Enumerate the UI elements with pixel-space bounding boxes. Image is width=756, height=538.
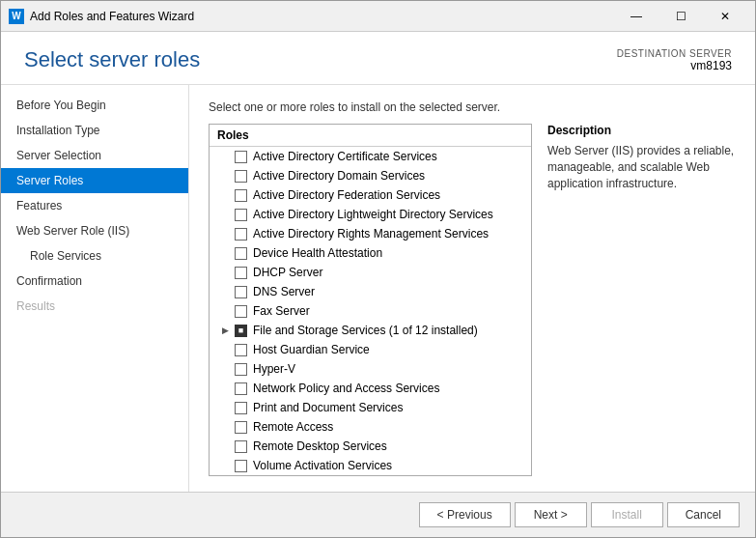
instruction-text: Select one or more roles to install on t… (209, 100, 736, 114)
role-checkbox-11[interactable] (235, 363, 247, 376)
role-expand-11 (217, 361, 233, 377)
sidebar-item-0[interactable]: Before You Begin (1, 93, 188, 118)
role-expand-14 (217, 419, 233, 435)
roles-header: Roles (210, 125, 531, 147)
role-checkbox-8[interactable] (235, 305, 247, 318)
role-item-12[interactable]: Network Policy and Access Services (210, 379, 531, 398)
role-item-1[interactable]: Active Directory Domain Services (210, 166, 531, 185)
sidebar-item-6[interactable]: Role Services (1, 243, 188, 269)
role-item-4[interactable]: Active Directory Rights Management Servi… (210, 224, 531, 243)
role-label-0: Active Directory Certificate Services (253, 150, 437, 163)
page-title: Select server roles (24, 47, 200, 72)
sidebar-item-3[interactable]: Server Roles (1, 168, 188, 193)
role-item-0[interactable]: Active Directory Certificate Services (210, 147, 531, 166)
role-checkbox-1[interactable] (235, 170, 247, 183)
role-label-7: DNS Server (253, 285, 315, 298)
install-button[interactable]: Install (591, 502, 663, 527)
role-expand-12 (217, 381, 233, 396)
role-item-5[interactable]: Device Health Attestation (210, 243, 531, 263)
role-item-16[interactable]: Volume Activation Services (210, 456, 531, 475)
role-label-2: Active Directory Federation Services (253, 188, 440, 202)
role-checkbox-5[interactable] (235, 247, 247, 260)
role-item-11[interactable]: Hyper-V (210, 359, 531, 379)
description-text: Web Server (IIS) provides a reliable, ma… (547, 143, 736, 191)
roles-list[interactable]: Active Directory Certificate ServicesAct… (210, 147, 531, 475)
role-expand-3 (217, 207, 233, 222)
role-checkbox-4[interactable] (235, 228, 247, 241)
role-checkbox-7[interactable] (235, 286, 247, 298)
role-checkbox-3[interactable] (235, 209, 247, 221)
role-expand-1 (217, 168, 233, 184)
role-checkbox-16[interactable] (235, 460, 247, 472)
maximize-button[interactable]: ☐ (658, 2, 703, 31)
role-item-2[interactable]: Active Directory Federation Services (210, 185, 531, 205)
content-area: Before You BeginInstallation TypeServer … (1, 85, 755, 492)
role-checkbox-12[interactable] (235, 382, 247, 395)
role-expand-5 (217, 245, 233, 261)
sidebar: Before You BeginInstallation TypeServer … (1, 85, 189, 492)
role-item-6[interactable]: DHCP Server (210, 263, 531, 282)
role-label-5: Device Health Attestation (253, 246, 382, 260)
app-icon: W (9, 9, 24, 24)
sidebar-item-1[interactable]: Installation Type (1, 118, 188, 143)
role-checkbox-10[interactable] (235, 344, 247, 356)
role-item-3[interactable]: Active Directory Lightweight Directory S… (210, 205, 531, 224)
role-item-9[interactable]: ▶■File and Storage Services (1 of 12 ins… (210, 321, 531, 340)
role-checkbox-13[interactable] (235, 402, 247, 414)
next-button[interactable]: Next > (515, 502, 587, 527)
page-header: Select server roles DESTINATION SERVER v… (1, 32, 755, 85)
role-label-12: Network Policy and Access Services (253, 382, 439, 395)
role-expand-15 (217, 439, 233, 454)
sidebar-item-2[interactable]: Server Selection (1, 143, 188, 168)
server-name: vm8193 (617, 59, 732, 72)
role-label-15: Remote Desktop Services (253, 439, 387, 453)
main-panel: Select one or more roles to install on t… (189, 85, 755, 492)
destination-server-label: DESTINATION SERVER (617, 48, 732, 59)
role-label-3: Active Directory Lightweight Directory S… (253, 208, 493, 221)
role-expand-10 (217, 342, 233, 357)
role-expand-13 (217, 400, 233, 415)
role-checkbox-14[interactable] (235, 421, 247, 434)
description-panel: Description Web Server (IIS) provides a … (547, 124, 736, 476)
minimize-button[interactable]: — (614, 2, 658, 31)
role-expand-8 (217, 303, 233, 319)
description-header: Description (547, 124, 736, 137)
role-expand-7 (217, 284, 233, 299)
cancel-button[interactable]: Cancel (667, 502, 740, 527)
role-expand-4 (217, 226, 233, 241)
sidebar-item-5[interactable]: Web Server Role (IIS) (1, 218, 188, 243)
role-label-14: Remote Access (253, 420, 333, 434)
role-label-6: DHCP Server (253, 266, 322, 279)
sidebar-item-8: Results (1, 294, 188, 319)
role-expand-6 (217, 265, 233, 280)
close-button[interactable]: ✕ (703, 2, 747, 31)
role-checkbox-0[interactable] (235, 151, 247, 163)
sidebar-item-4[interactable]: Features (1, 193, 188, 218)
role-label-11: Hyper-V (253, 362, 295, 376)
role-item-14[interactable]: Remote Access (210, 417, 531, 437)
role-label-4: Active Directory Rights Management Servi… (253, 227, 489, 241)
role-item-7[interactable]: DNS Server (210, 282, 531, 301)
window-title: Add Roles and Features Wizard (30, 10, 614, 23)
role-expand-0 (217, 149, 233, 164)
role-checkbox-2[interactable] (235, 189, 247, 202)
role-item-13[interactable]: Print and Document Services (210, 398, 531, 417)
role-label-9: File and Storage Services (1 of 12 insta… (253, 324, 478, 337)
footer: < Previous Next > Install Cancel (1, 492, 755, 537)
role-expand-2 (217, 187, 233, 203)
role-label-13: Print and Document Services (253, 401, 403, 414)
previous-button[interactable]: < Previous (419, 502, 511, 527)
role-item-8[interactable]: Fax Server (210, 301, 531, 321)
sidebar-item-7[interactable]: Confirmation (1, 269, 188, 294)
role-item-15[interactable]: Remote Desktop Services (210, 437, 531, 456)
role-label-1: Active Directory Domain Services (253, 169, 425, 183)
title-bar: W Add Roles and Features Wizard — ☐ ✕ (1, 1, 755, 32)
role-checkbox-6[interactable] (235, 267, 247, 279)
role-checkbox-15[interactable] (235, 440, 247, 453)
role-expand-9[interactable]: ▶ (217, 323, 233, 338)
window-controls: — ☐ ✕ (614, 2, 747, 31)
roles-panel: Roles Active Directory Certificate Servi… (209, 124, 532, 476)
role-checkbox-9[interactable]: ■ (235, 325, 247, 337)
role-item-10[interactable]: Host Guardian Service (210, 340, 531, 359)
role-label-8: Fax Server (253, 304, 310, 318)
